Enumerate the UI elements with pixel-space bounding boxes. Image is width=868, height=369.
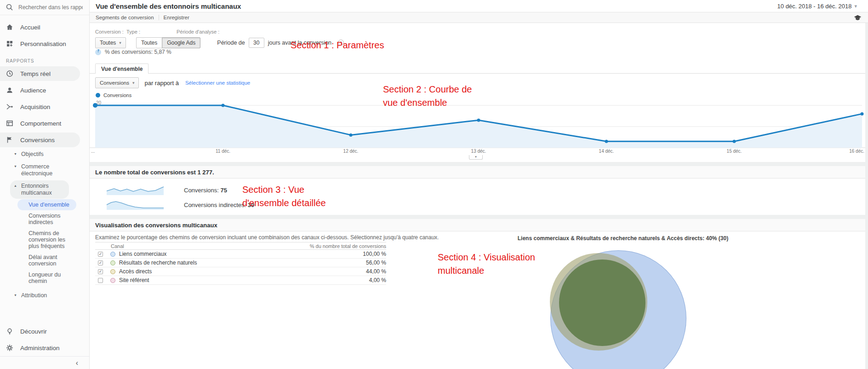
metric-selector-row: Conversions ▾ par rapport à Sélectionner… — [95, 77, 250, 88]
venn-circle-recherche-naturels[interactable] — [559, 259, 645, 346]
sidebar-item-label: Audience — [20, 87, 46, 94]
sidebar-item-attribution[interactable]: ▼ Attribution — [0, 289, 89, 302]
type-google-ads-button[interactable]: Google Ads — [162, 37, 200, 48]
sparkline-assisted-conversions — [106, 199, 166, 211]
sidebar-item-decouvrir[interactable]: Découvrir — [0, 323, 89, 340]
type-toutes-button[interactable]: Toutes — [136, 37, 162, 48]
caret-down-icon: ▾ — [132, 81, 135, 85]
analytics-page: Accueil Personnalisation RAPPORTS Temps … — [0, 0, 868, 369]
checkbox[interactable] — [98, 269, 103, 274]
sidebar-item-label: Conversions — [20, 137, 55, 144]
sidebar-item-label: Personnalisation — [20, 40, 66, 47]
conversion-dropdown[interactable]: Toutes ▾ — [95, 37, 126, 48]
academy-button[interactable] — [854, 14, 868, 21]
behavior-icon — [6, 119, 14, 127]
param-labels: Conversion : Type : Période d'analyse : — [95, 29, 219, 35]
clock-icon — [6, 69, 14, 78]
gear-icon — [6, 344, 14, 352]
person-icon — [6, 86, 14, 94]
svg-text:13 déc.: 13 déc. — [471, 149, 486, 154]
venn-title: Liens commerciaux & Résultats de recherc… — [494, 235, 752, 242]
tab-rule — [90, 73, 865, 74]
acquisition-icon — [6, 103, 14, 111]
svg-text:16 déc.: 16 déc. — [849, 149, 864, 154]
tab-vue-densemble[interactable]: Vue d'ensemble — [95, 63, 148, 74]
lookback-days-input[interactable] — [249, 38, 264, 48]
save-button[interactable]: Enregistrer — [159, 15, 194, 20]
totals-card: Le nombre total de conversions est 1 277… — [90, 166, 865, 215]
type-segmented-control: Toutes Google Ads — [136, 37, 200, 48]
sidebar-item-longueur-du-chemin[interactable]: Longueur du chemin — [0, 269, 69, 287]
annotation-section2: Section 2 : Courbe devue d'ensemble — [383, 83, 472, 110]
annotation-section1: Section 1 : Paramètres — [291, 39, 384, 52]
caret-down-icon: ▾ — [475, 155, 477, 158]
conversion-label: Conversion : — [95, 29, 126, 35]
totals-row-conversions-indirectes: Conversions indirectes: 30 — [106, 199, 254, 211]
pct-conversions: % des conversions: 5,87 % — [95, 49, 171, 55]
sidebar-section-rapports: RAPPORTS — [0, 52, 89, 65]
chart-legend: Conversions — [96, 92, 131, 98]
main-area: Vue d'ensemble des entonnoirs multicanau… — [90, 0, 868, 369]
sidebar-item-vue-densemble[interactable]: Vue d'ensemble — [0, 199, 83, 210]
sidebar-item-label: Accueil — [20, 24, 40, 31]
sidebar-item-label: Temps réel — [20, 70, 51, 77]
totals-row-conversions: Conversions: 75 — [106, 184, 227, 196]
select-statistic-link[interactable]: Sélectionner une statistique — [185, 80, 250, 86]
conversions-chart[interactable]: 1020...11 déc.12 déc.13 déc.14 déc.15 dé… — [90, 98, 865, 155]
pie-icon — [95, 49, 101, 55]
flag-icon — [6, 136, 14, 144]
toolbar: Segments de conversion Enregistrer — [90, 12, 868, 23]
sidebar: Accueil Personnalisation RAPPORTS Temps … — [0, 0, 90, 369]
checkbox[interactable] — [98, 260, 103, 265]
sidebar-item-temps-reel[interactable]: Temps réel — [0, 65, 89, 82]
segments-button[interactable]: Segments de conversion — [91, 15, 159, 20]
col-canal: Canal — [111, 243, 124, 249]
sidebar-item-chemins-de-conversion[interactable]: Chemins de conversion les plus fréquents — [0, 228, 76, 252]
vs-label: par rapport à — [144, 80, 178, 86]
svg-text:15 déc.: 15 déc. — [727, 149, 742, 154]
collapse-chevron-icon: ‹ — [76, 359, 78, 367]
channel-color-icon — [110, 260, 115, 265]
sidebar-item-conversions[interactable]: Conversions — [0, 132, 89, 148]
channel-color-icon — [110, 278, 115, 283]
customization-icon — [6, 40, 14, 48]
channel-table: Canal % du nombre total de conversions L… — [95, 242, 386, 285]
page-header: Vue d'ensemble des entonnoirs multicanau… — [90, 0, 868, 12]
graduation-cap-icon — [854, 14, 862, 21]
annotation-section3: Section 3 : Vued'ensemble détaillée — [242, 183, 326, 210]
table-row: Accès directs 44,00 % — [95, 267, 386, 276]
svg-text:...: ... — [91, 149, 95, 154]
sidebar-collapse-button[interactable]: ‹ — [0, 356, 89, 369]
checkbox[interactable] — [98, 252, 103, 257]
metric-dropdown[interactable]: Conversions ▾ — [95, 77, 139, 88]
sidebar-item-entonnoirs-multicanaux[interactable]: ▲ Entonnoirs multicanaux — [0, 180, 89, 199]
sidebar-item-accueil[interactable]: Accueil — [0, 19, 89, 35]
channel-color-icon — [110, 269, 115, 274]
checkbox[interactable] — [98, 278, 103, 283]
period-label: Période d'analyse : — [177, 29, 219, 35]
sidebar-bottom: Découvrir Administration — [0, 323, 89, 356]
sidebar-item-audience[interactable]: Audience — [0, 82, 89, 98]
home-icon — [6, 23, 14, 31]
sidebar-item-administration[interactable]: Administration — [0, 340, 89, 356]
type-label: Type : — [126, 29, 177, 35]
sidebar-item-objectifs[interactable]: ▼ Objectifs — [0, 148, 89, 161]
date-range-selector[interactable]: 10 déc. 2018 - 16 déc. 2018 ▾ — [777, 3, 868, 10]
sparkline-conversions — [106, 184, 166, 196]
sidebar-item-personnalisation[interactable]: Personnalisation — [0, 35, 89, 52]
search-input[interactable] — [18, 4, 83, 11]
legend-dot-icon — [96, 93, 100, 98]
sidebar-item-acquisition[interactable]: Acquisition — [0, 98, 89, 115]
lightbulb-icon — [6, 327, 14, 335]
report-search[interactable] — [0, 0, 89, 15]
col-percent: % du nombre total de conversions — [310, 243, 386, 249]
sidebar-item-commerce-electronique[interactable]: ▼ Commerce électronique — [0, 161, 89, 180]
sidebar-item-conversions-indirectes[interactable]: Conversions indirectes — [0, 210, 74, 228]
sidebar-item-comportement[interactable]: Comportement — [0, 115, 89, 132]
table-row: Résultats de recherche naturels 56,00 % — [95, 259, 386, 267]
chart-expander-handle[interactable]: ▾ — [469, 155, 483, 160]
sidebar-item-delai-avant-conversion[interactable]: Délai avant conversion — [0, 252, 69, 269]
page-title: Vue d'ensemble des entonnoirs multicanau… — [90, 2, 241, 10]
channel-table-header: Canal % du nombre total de conversions — [95, 242, 386, 250]
svg-text:11 déc.: 11 déc. — [216, 149, 230, 154]
